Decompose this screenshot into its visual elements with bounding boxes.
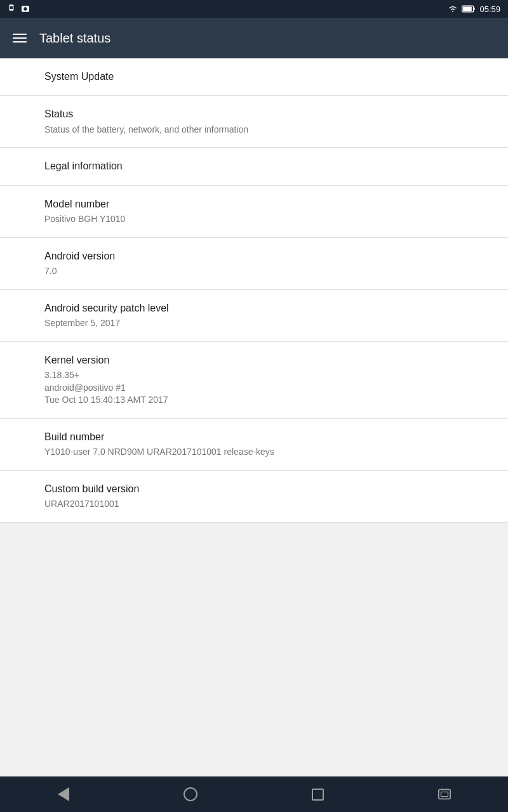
list-item-title-custom-build-version: Custom build version [44,482,464,496]
svg-rect-1 [10,6,13,9]
list-item-legal-information[interactable]: Legal information [0,148,508,185]
recents-button[interactable] [302,779,333,809]
list-item-title-build-number: Build number [44,430,464,444]
list-item-title-android-version: Android version [44,249,464,263]
app-bar: Tablet status [0,18,508,58]
list-item-subtitle-custom-build-version: URAR2017101001 [44,498,464,511]
list-item-title-model-number: Model number [44,197,464,211]
svg-rect-5 [474,8,475,10]
list-item-android-version[interactable]: Android version7.0 [0,238,508,290]
list-item-model-number[interactable]: Model numberPositivo BGH Y1010 [0,186,508,238]
svg-rect-8 [441,792,448,796]
list-item-kernel-version[interactable]: Kernel version3.18.35+ android@positivo … [0,342,508,419]
svg-rect-7 [439,790,450,799]
list-item-subtitle-build-number: Y1010-user 7.0 NRD90M URAR2017101001 rel… [44,446,464,459]
list-item-title-status: Status [44,107,464,121]
content-area: System UpdateStatusStatus of the battery… [0,58,508,776]
screenshot-button[interactable] [429,779,460,809]
screenshot-icon [438,787,451,801]
list-item-android-security-patch[interactable]: Android security patch levelSeptember 5,… [0,290,508,342]
nav-bar [0,776,508,812]
status-icons: 05:59 [448,4,500,14]
list-item-subtitle-status: Status of the battery, network, and othe… [44,124,464,136]
list-item-title-legal-information: Legal information [44,159,464,173]
wifi-icon [448,4,458,13]
menu-button[interactable] [13,34,27,43]
back-button[interactable] [48,779,79,809]
svg-rect-6 [464,7,472,11]
list-item-build-number[interactable]: Build numberY1010-user 7.0 NRD90M URAR20… [0,419,508,471]
svg-point-3 [23,7,27,10]
sim-icon [8,4,18,14]
photo-icon [20,4,30,14]
list-item-custom-build-version[interactable]: Custom build versionURAR2017101001 [0,471,508,523]
battery-icon [462,4,476,13]
list-item-subtitle-model-number: Positivo BGH Y1010 [44,213,464,226]
list-item-title-system-update: System Update [44,70,464,84]
list-item-subtitle-android-security-patch: September 5, 2017 [44,317,464,330]
list-item-subtitle-kernel-version: 3.18.35+ android@positivo #1 Tue Oct 10 … [44,369,464,407]
list-item-title-kernel-version: Kernel version [44,353,464,367]
list-item-status[interactable]: StatusStatus of the battery, network, an… [0,96,508,148]
list-item-subtitle-android-version: 7.0 [44,265,464,278]
list-item-system-update[interactable]: System Update [0,58,508,96]
status-time: 05:59 [479,4,500,14]
app-bar-title: Tablet status [39,31,110,46]
home-button[interactable] [175,779,206,809]
status-bar: 05:59 [0,0,508,18]
list-item-title-android-security-patch: Android security patch level [44,301,464,315]
